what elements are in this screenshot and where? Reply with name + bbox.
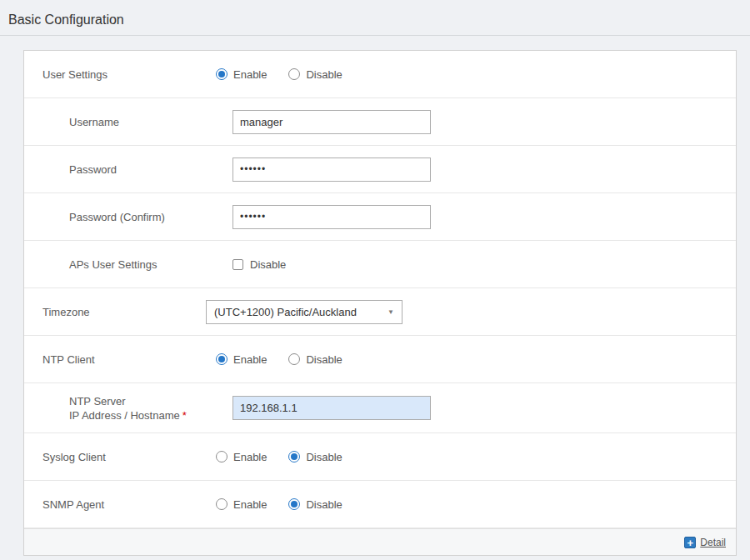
- radio-icon[interactable]: [288, 353, 300, 365]
- snmp-agent-enable-label: Enable: [233, 498, 267, 511]
- ntp-client-radio-group: Enable Disable: [216, 353, 364, 366]
- ntp-client-disable-radio[interactable]: Disable: [288, 353, 342, 366]
- user-settings-disable-radio[interactable]: Disable: [288, 68, 342, 81]
- password-confirm-input[interactable]: [232, 205, 431, 229]
- header-divider: [0, 35, 750, 36]
- row-password: Password: [24, 146, 736, 193]
- syslog-client-enable-radio[interactable]: Enable: [216, 451, 267, 463]
- aps-disable-checkbox[interactable]: Disable: [232, 258, 286, 271]
- username-input[interactable]: [232, 110, 431, 134]
- syslog-client-disable-radio[interactable]: Disable: [288, 451, 342, 463]
- aps-disable-label: Disable: [250, 258, 286, 271]
- row-syslog-client: Syslog Client Enable Disable: [24, 433, 736, 481]
- password-confirm-label: Password (Confirm): [69, 211, 232, 223]
- user-settings-label: User Settings: [42, 68, 206, 81]
- radio-icon[interactable]: [216, 451, 228, 462]
- row-username: Username: [24, 98, 736, 146]
- radio-icon[interactable]: [216, 353, 228, 365]
- detail-button[interactable]: + Detail: [684, 537, 726, 548]
- page-title: Basic Configuration: [8, 12, 750, 35]
- ntp-server-label-line1: NTP Server: [69, 394, 232, 408]
- timezone-selected-value: (UTC+1200) Pacific/Auckland: [214, 306, 357, 318]
- ntp-server-label-line2: IP Address / Hostname: [69, 409, 180, 422]
- ntp-client-enable-radio[interactable]: Enable: [216, 353, 267, 366]
- checkbox-icon[interactable]: [232, 259, 243, 270]
- ntp-server-input[interactable]: [232, 396, 431, 420]
- timezone-select[interactable]: (UTC+1200) Pacific/Auckland ▼: [206, 300, 402, 324]
- plus-icon: +: [684, 537, 696, 548]
- row-password-confirm: Password (Confirm): [24, 193, 736, 241]
- ntp-server-label: NTP Server IP Address / Hostname*: [69, 394, 232, 422]
- row-timezone: Timezone (UTC+1200) Pacific/Auckland ▼: [24, 288, 736, 336]
- snmp-agent-label: SNMP Agent: [42, 498, 206, 511]
- detail-label: Detail: [700, 537, 726, 548]
- syslog-client-radio-group: Enable Disable: [216, 451, 364, 463]
- radio-icon[interactable]: [216, 68, 228, 80]
- syslog-client-disable-label: Disable: [306, 451, 342, 463]
- ntp-client-disable-label: Disable: [306, 353, 342, 366]
- row-ntp-client: NTP Client Enable Disable: [24, 336, 736, 383]
- password-label: Password: [69, 163, 232, 176]
- syslog-client-enable-label: Enable: [233, 451, 267, 463]
- password-input[interactable]: [232, 158, 431, 182]
- radio-icon[interactable]: [288, 68, 300, 80]
- row-ntp-server: NTP Server IP Address / Hostname*: [24, 383, 736, 433]
- syslog-client-label: Syslog Client: [42, 451, 206, 463]
- radio-icon[interactable]: [288, 451, 300, 462]
- row-snmp-agent: SNMP Agent Enable Disable: [24, 481, 736, 528]
- ntp-client-enable-label: Enable: [233, 353, 267, 366]
- radio-icon[interactable]: [288, 498, 300, 510]
- required-asterisk: *: [182, 409, 187, 422]
- snmp-agent-enable-radio[interactable]: Enable: [216, 498, 267, 511]
- ntp-client-label: NTP Client: [42, 353, 206, 366]
- panel-footer: + Detail: [24, 528, 736, 555]
- row-user-settings: User Settings Enable Disable: [24, 51, 736, 98]
- user-settings-disable-label: Disable: [306, 68, 342, 81]
- user-settings-radio-group: Enable Disable: [216, 68, 364, 81]
- snmp-agent-radio-group: Enable Disable: [216, 498, 364, 511]
- user-settings-enable-radio[interactable]: Enable: [216, 68, 267, 81]
- snmp-agent-disable-label: Disable: [306, 498, 342, 511]
- username-label: Username: [69, 116, 232, 128]
- radio-icon[interactable]: [216, 498, 228, 510]
- aps-user-settings-label: APs User Settings: [69, 258, 232, 271]
- timezone-label: Timezone: [42, 306, 206, 318]
- user-settings-enable-label: Enable: [233, 68, 267, 81]
- row-aps-user-settings: APs User Settings Disable: [24, 241, 736, 288]
- snmp-agent-disable-radio[interactable]: Disable: [288, 498, 342, 511]
- page-header: Basic Configuration: [0, 0, 750, 35]
- basic-configuration-panel: User Settings Enable Disable Username Pa…: [23, 50, 737, 556]
- chevron-down-icon: ▼: [388, 308, 394, 316]
